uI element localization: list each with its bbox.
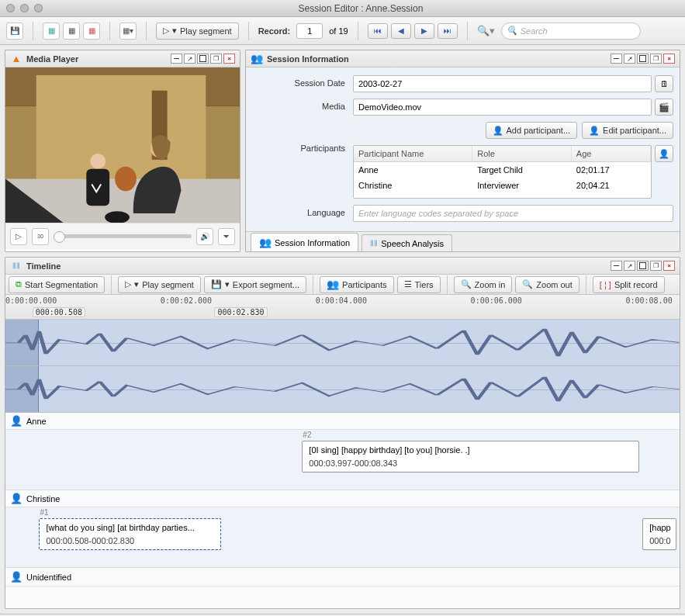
svg-point-7 [90, 154, 106, 169]
first-record-button[interactable]: ⏮ [368, 23, 388, 39]
participants-button[interactable]: 👥Participants [320, 276, 393, 293]
language-input[interactable]: Enter language codes separated by space [353, 205, 673, 222]
session-date-label: Session Date [252, 75, 353, 88]
pane-detach-button[interactable] [184, 54, 195, 64]
people-icon: 👥 [327, 279, 339, 290]
ruler-callout: 000:00.508 [33, 307, 85, 317]
waveform-channel-2[interactable] [5, 366, 680, 413]
speaker-anne-label[interactable]: 👤Anne [5, 413, 680, 430]
minimize-window-button[interactable] [20, 4, 29, 12]
video-canvas[interactable] [5, 67, 240, 223]
next-record-button[interactable]: ▶ [414, 23, 434, 39]
zoom-in-button[interactable]: 🔍Zoom in [454, 276, 513, 293]
delete-record-icon[interactable]: ▦ [83, 22, 100, 40]
pane-maximize-button[interactable] [197, 54, 209, 64]
export-segment-button[interactable]: 💾▾Export segment... [204, 276, 306, 293]
play-icon: ▷ [125, 279, 131, 289]
speaker-unidentified-label[interactable]: 👤Unidentified [5, 568, 680, 587]
pane-maximize-button[interactable] [637, 261, 649, 271]
pane-restore-button[interactable] [650, 54, 662, 64]
session-info-pane: 👥 Session Information Session Date 2003-… [245, 50, 680, 252]
participants-table[interactable]: Participant Name Role Age Anne Target Ch… [353, 145, 652, 199]
track-christine[interactable]: #1 [what do you sing] [at birthday parti… [5, 507, 680, 568]
save-icon: 💾 [211, 279, 222, 289]
play-button[interactable]: ▷ [10, 228, 27, 245]
media-player-pane: ▲ Media Player [5, 50, 240, 252]
remove-participant-button[interactable]: 👤 [655, 145, 673, 162]
save-icon[interactable]: 💾 [6, 22, 23, 40]
zoom-out-icon: 🔍 [522, 279, 533, 289]
tab-session-information[interactable]: 👥 Session Information [251, 233, 358, 251]
skip-30-button[interactable]: 30 [32, 228, 49, 245]
main-toolbar: 💾 ▦ ▦ ▦ ▦▾ ▷ ▾ Play segment Record: of 1… [0, 17, 685, 45]
track-anne[interactable]: #2 [0I sing] [happy birthday] [to you] [… [5, 430, 680, 490]
pane-minimize-button[interactable] [611, 261, 622, 271]
svg-rect-2 [36, 75, 206, 183]
window-titlebar: Session Editor : Anne.Session [0, 0, 685, 17]
zoom-out-button[interactable]: 🔍Zoom out [515, 276, 579, 293]
pane-maximize-button[interactable] [637, 54, 649, 64]
pane-restore-button[interactable] [650, 261, 662, 271]
media-input[interactable]: DemoVideo.mov [353, 99, 652, 116]
record-number-input[interactable] [296, 23, 323, 39]
tab-speech-analysis[interactable]: ⫴⫴ Speech Analysis [362, 234, 452, 251]
calendar-icon[interactable]: 🗓 [655, 75, 673, 92]
edit-person-icon: 👤 [589, 126, 600, 136]
pane-restore-button[interactable] [210, 54, 222, 64]
pane-close-button[interactable] [663, 261, 675, 271]
table-row[interactable]: Anne Target Child 02;01.17 [354, 162, 651, 178]
split-icon: [ ¦ ] [600, 280, 611, 289]
pane-minimize-button[interactable] [611, 54, 622, 64]
pane-minimize-button[interactable] [171, 54, 182, 64]
new-record-icon[interactable]: ▦ [43, 22, 60, 40]
edit-participant-button[interactable]: 👤Edit participant... [582, 122, 673, 139]
time-ruler[interactable]: 0:00:00.000 0:00:02.000 0:00:04.000 0:00… [5, 295, 680, 320]
play-segment-button[interactable]: ▷ ▾ Play segment [156, 22, 239, 40]
record-label: Record: [258, 26, 291, 36]
timeline-play-segment-button[interactable]: ▷▾Play segment [118, 276, 201, 293]
waveform-channel-1[interactable] [5, 320, 680, 366]
search-input[interactable]: Search [501, 22, 641, 40]
segment[interactable]: #3 [happ 000:0 [642, 518, 676, 550]
speech-icon: ⫴⫴ [370, 238, 378, 248]
table-row[interactable]: Christine Interviewer 20;04.21 [354, 178, 651, 193]
record-icon: ⧉ [16, 279, 22, 289]
pane-detach-button[interactable] [624, 54, 635, 64]
playback-slider[interactable] [54, 234, 192, 238]
close-window-button[interactable] [6, 4, 15, 12]
pane-detach-button[interactable] [624, 261, 635, 271]
prev-record-button[interactable]: ◀ [391, 23, 411, 39]
col-age[interactable]: Age [572, 146, 651, 161]
col-role[interactable]: Role [472, 146, 572, 161]
start-segmentation-button[interactable]: ⧉Start Segmentation [9, 276, 105, 293]
media-label: Media [252, 99, 353, 111]
add-participant-button[interactable]: 👤Add participant... [486, 122, 578, 139]
media-menu-button[interactable]: ⏷ [218, 228, 235, 245]
segment[interactable]: #2 [0I sing] [happy birthday] [to you] [… [302, 441, 639, 472]
person-icon: 👤 [10, 571, 22, 583]
zoom-window-button[interactable] [34, 4, 43, 12]
session-info-title: Session Information [267, 54, 349, 64]
person-icon: 👤 [10, 415, 22, 427]
play-icon: ▷ [163, 26, 169, 36]
pane-close-button[interactable] [663, 54, 675, 64]
split-record-button[interactable]: [ ¦ ]Split record [593, 276, 665, 293]
participants-label: Participants [252, 122, 353, 153]
tiers-button[interactable]: ☰Tiers [397, 276, 441, 293]
speaker-christine-label[interactable]: 👤Christine [5, 490, 680, 507]
view-menu-button[interactable]: ▦▾ [119, 22, 137, 40]
col-participant-name[interactable]: Participant Name [354, 146, 472, 161]
record-of-label: of 19 [329, 26, 348, 36]
dropdown-icon: ▾ [225, 279, 230, 289]
duplicate-record-icon[interactable]: ▦ [63, 22, 80, 40]
pane-close-button[interactable] [223, 54, 235, 64]
vlc-icon: ▲ [10, 53, 22, 65]
segment[interactable]: #1 [what do you sing] [at birthday parti… [39, 518, 221, 550]
volume-button[interactable]: 🔊 [196, 228, 213, 245]
window-title: Session Editor : Anne.Session [43, 3, 679, 14]
last-record-button[interactable]: ⏭ [438, 23, 458, 39]
session-date-input[interactable]: 2003-02-27 [353, 75, 652, 92]
browse-media-icon[interactable]: 🎬 [655, 99, 673, 116]
search-icon: 🔍▾ [477, 25, 495, 36]
svg-point-9 [115, 167, 137, 192]
